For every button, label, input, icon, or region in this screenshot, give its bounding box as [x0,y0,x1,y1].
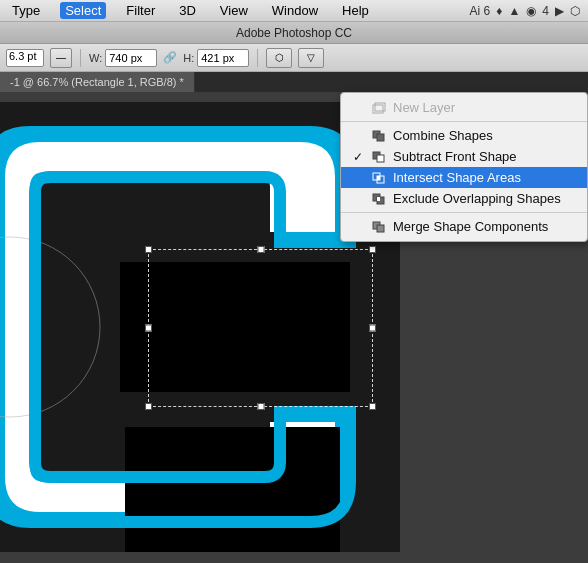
ai6-icon: Ai 6 [470,4,491,18]
link-icon: 🔗 [163,51,177,64]
title-bar: Adobe Photoshop CC [0,22,588,44]
intersect-icon [371,171,387,185]
dropdown-new-layer[interactable]: New Layer [341,97,587,118]
tab-bar: -1 @ 66.7% (Rectangle 1, RGB/8) * [0,72,588,92]
mini-bridge-icon[interactable]: ▲ [508,4,520,18]
width-input[interactable] [105,49,157,67]
separator2 [341,212,587,213]
canvas-content: New Layer Combine Shapes ✓ Subtract Fron… [0,92,588,563]
path-operations-dropdown: New Layer Combine Shapes ✓ Subtract Fron… [340,92,588,242]
merge-label: Merge Shape Components [393,219,548,234]
menu-select[interactable]: Select [60,2,106,19]
bridge-icon[interactable]: ♦ [496,4,502,18]
menu-view[interactable]: View [216,3,252,18]
menu-filter[interactable]: Filter [122,3,159,18]
exclude-label: Exclude Overlapping Shapes [393,191,561,206]
subtract-front-label: Subtract Front Shape [393,149,517,164]
stroke-btn[interactable]: — [50,48,72,68]
new-layer-icon [371,101,387,115]
merge-icon [371,220,387,234]
new-layer-label: New Layer [393,100,455,115]
dropdown-subtract-front[interactable]: ✓ Subtract Front Shape [341,146,587,167]
play-icon[interactable]: ▶ [555,4,564,18]
dropdown-merge[interactable]: Merge Shape Components [341,216,587,237]
menu-3d[interactable]: 3D [175,3,200,18]
subtract-icon [371,150,387,164]
svg-rect-7 [377,134,384,141]
selection-handles [148,249,373,407]
exclude-icon [371,192,387,206]
cloud-icon[interactable]: ◉ [526,4,536,18]
path-ops-btn[interactable]: ▽ [298,48,324,68]
svg-rect-17 [377,225,384,232]
divider1 [80,49,81,67]
check-subtract: ✓ [351,150,365,164]
options-bar: 6.3 pt — W: 🔗 H: ⬡ ▽ [0,44,588,72]
number4-icon: 4 [542,4,549,18]
canvas-area: -1 @ 66.7% (Rectangle 1, RGB/8) * [0,72,588,563]
height-label: H: [183,52,194,64]
svg-rect-2 [125,427,340,552]
size-dropdown[interactable]: 6.3 pt [6,49,44,67]
menu-bar: Type Select Filter 3D View Window Help A… [0,0,588,22]
combine-shapes-label: Combine Shapes [393,128,493,143]
menu-bar-right: Ai 6 ♦ ▲ ◉ 4 ▶ ⬡ [470,4,580,18]
document-tab[interactable]: -1 @ 66.7% (Rectangle 1, RGB/8) * [0,72,195,92]
menu-help[interactable]: Help [338,3,373,18]
app-title: Adobe Photoshop CC [236,26,352,40]
svg-rect-12 [377,176,380,180]
intersect-label: Intersect Shape Areas [393,170,521,185]
arrange-icon[interactable]: ⬡ [570,4,580,18]
width-label: W: [89,52,102,64]
width-group: W: [89,49,157,67]
separator1 [341,121,587,122]
menu-window[interactable]: Window [268,3,322,18]
height-input[interactable] [197,49,249,67]
dropdown-exclude[interactable]: Exclude Overlapping Shapes [341,188,587,209]
menu-type[interactable]: Type [8,3,44,18]
combine-icon [371,129,387,143]
height-group: H: [183,49,249,67]
dropdown-combine-shapes[interactable]: Combine Shapes [341,125,587,146]
dropdown-intersect[interactable]: Intersect Shape Areas [341,167,587,188]
divider2 [257,49,258,67]
size-group: 6.3 pt [6,49,44,67]
svg-rect-15 [377,197,380,201]
shape-mode-btn[interactable]: ⬡ [266,48,292,68]
svg-rect-9 [377,155,384,162]
